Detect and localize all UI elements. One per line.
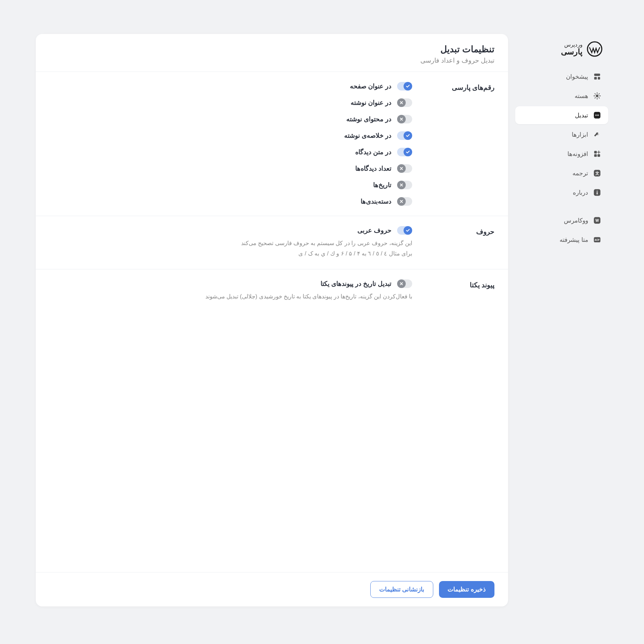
- convert-icon: [593, 111, 601, 119]
- toggle-row: تعداد دیدگاه‌ها: [49, 164, 412, 173]
- toggle-label: در عنوان صفحه: [350, 82, 391, 90]
- app-window: وردپرس پارسی پیشخوان هسته تبدیل ابزارها: [29, 27, 615, 614]
- nav-label: ترجمه: [572, 170, 588, 177]
- section-label: رقم‌های پارسی: [423, 82, 494, 206]
- toggle-label: تعداد دیدگاه‌ها: [355, 165, 391, 172]
- toggle-switch[interactable]: [397, 226, 412, 235]
- x-icon: [397, 115, 406, 123]
- svg-rect-8: [598, 114, 599, 116]
- toggle-label: حروف عربی: [357, 226, 391, 234]
- svg-text:W: W: [595, 219, 599, 223]
- woocommerce-icon: W: [593, 216, 601, 224]
- settings-sections: رقم‌های پارسی در عنوان صفحهدر عنوان نوشت…: [36, 72, 508, 572]
- nav-label: هسته: [575, 92, 588, 100]
- nav-item-woocommerce[interactable]: W ووکامرس: [515, 211, 608, 229]
- toggle-switch[interactable]: [397, 197, 412, 206]
- nav-label: ابزارها: [572, 131, 588, 138]
- nav-label: متا پیشرفته: [560, 236, 588, 244]
- toggle-switch[interactable]: [397, 279, 412, 288]
- nav-label: پیشخوان: [566, 73, 588, 80]
- logo: وردپرس پارسی: [515, 38, 608, 68]
- nav-item-core[interactable]: هسته: [515, 87, 608, 105]
- nav-item-about[interactable]: درباره: [515, 184, 608, 201]
- svg-point-4: [596, 94, 598, 97]
- logo-text-bottom: پارسی: [561, 47, 582, 57]
- content-panel: تنظیمات تبدیل تبدیل حروف و اعداد فارسی ر…: [36, 34, 508, 606]
- svg-rect-3: [598, 77, 600, 79]
- nav-item-addons[interactable]: افزونه‌ها: [515, 145, 608, 163]
- nav-item-translate[interactable]: 文 ترجمه: [515, 164, 608, 182]
- toggle-label: در خلاصه‌ی نوشته: [344, 132, 391, 140]
- nav: پیشخوان هسته تبدیل ابزارها افزونه‌ها 文 ت…: [515, 68, 608, 249]
- nav-item-dashboard[interactable]: پیشخوان: [515, 68, 608, 86]
- toggle-row: در خلاصه‌ی نوشته: [49, 131, 412, 140]
- toggle-label: تبدیل تاریخ در پیوندهای یکتا: [321, 280, 391, 288]
- check-icon: [404, 226, 412, 235]
- section-label: حروف: [423, 226, 494, 259]
- check-icon: [404, 131, 412, 140]
- x-icon: [397, 279, 406, 288]
- toggle-label: در متن دیدگاه: [355, 148, 391, 156]
- section-label: پیوند یکتا: [423, 279, 494, 302]
- section-digits: رقم‌های پارسی در عنوان صفحهدر عنوان نوشت…: [36, 72, 508, 216]
- nav-label: ووکامرس: [564, 217, 588, 224]
- svg-rect-1: [594, 74, 600, 76]
- page-title: تنظیمات تبدیل: [49, 44, 494, 54]
- toggle-row: در عنوان صفحه: [49, 82, 412, 91]
- save-button[interactable]: ذخیره تنظیمات: [439, 581, 494, 598]
- x-icon: [397, 164, 406, 173]
- sidebar: وردپرس پارسی پیشخوان هسته تبدیل ابزارها: [515, 34, 608, 606]
- toggle-label: دسته‌بندی‌ها: [361, 197, 391, 205]
- toggle-label: در محتوای نوشته: [346, 115, 391, 123]
- info-icon: [593, 189, 601, 196]
- svg-text:ACF: ACF: [595, 239, 600, 241]
- x-icon: [397, 98, 406, 107]
- reset-button[interactable]: بازنشانی تنظیمات: [370, 581, 434, 598]
- svg-rect-2: [594, 77, 597, 79]
- svg-rect-11: [594, 154, 597, 157]
- logo-icon: [587, 41, 602, 57]
- toggle-switch[interactable]: [397, 148, 412, 156]
- toggle-row: تبدیل تاریخ در پیوندهای یکتا: [49, 279, 412, 288]
- svg-point-15: [597, 191, 598, 192]
- toggle-row: در محتوای نوشته: [49, 115, 412, 123]
- x-icon: [397, 197, 406, 206]
- tools-icon: [593, 131, 601, 138]
- check-icon: [404, 148, 412, 156]
- svg-point-0: [587, 42, 602, 56]
- toggle-switch[interactable]: [397, 115, 412, 123]
- nav-label: تبدیل: [575, 112, 588, 119]
- nav-label: درباره: [573, 189, 588, 196]
- svg-text:文: 文: [595, 171, 599, 175]
- section-description: با فعال‌کردن این گزینه، تاریخ‌ها در پیون…: [49, 292, 412, 302]
- toggle-switch[interactable]: [397, 164, 412, 173]
- footer: ذخیره تنظیمات بازنشانی تنظیمات: [36, 572, 508, 606]
- toggle-switch[interactable]: [397, 131, 412, 140]
- svg-rect-6: [595, 114, 596, 116]
- nav-item-convert[interactable]: تبدیل: [515, 106, 608, 124]
- toggle-switch[interactable]: [397, 181, 412, 189]
- toggle-row: دسته‌بندی‌ها: [49, 197, 412, 206]
- acf-icon: ACF: [593, 236, 601, 244]
- section-letters: حروف حروف عربی این گزینه، حروف عربی را د…: [36, 216, 508, 269]
- dashboard-icon: [593, 73, 601, 80]
- toggle-switch[interactable]: [397, 98, 412, 107]
- page-header: تنظیمات تبدیل تبدیل حروف و اعداد فارسی: [36, 34, 508, 72]
- toggle-label: در عنوان نوشته: [351, 99, 391, 107]
- nav-item-tools[interactable]: ابزارها: [515, 126, 608, 143]
- toggle-label: تاریخ‌ها: [373, 181, 391, 189]
- svg-rect-7: [597, 114, 597, 116]
- toggle-row: حروف عربی: [49, 226, 412, 235]
- toggle-row: تاریخ‌ها: [49, 181, 412, 189]
- svg-rect-9: [594, 151, 597, 153]
- toggle-row: در عنوان نوشته: [49, 98, 412, 107]
- nav-item-acf[interactable]: ACF متا پیشرفته: [515, 231, 608, 249]
- toggle-switch[interactable]: [397, 82, 412, 91]
- section-permalink: پیوند یکتا تبدیل تاریخ در پیوندهای یکتا …: [36, 269, 508, 312]
- section-description: این گزینه، حروف عربی را در کل سیستم به ح…: [49, 238, 412, 259]
- core-icon: [593, 92, 601, 100]
- x-icon: [397, 181, 406, 189]
- translate-icon: 文: [593, 169, 601, 177]
- check-icon: [404, 82, 412, 91]
- page-subtitle: تبدیل حروف و اعداد فارسی: [49, 57, 494, 64]
